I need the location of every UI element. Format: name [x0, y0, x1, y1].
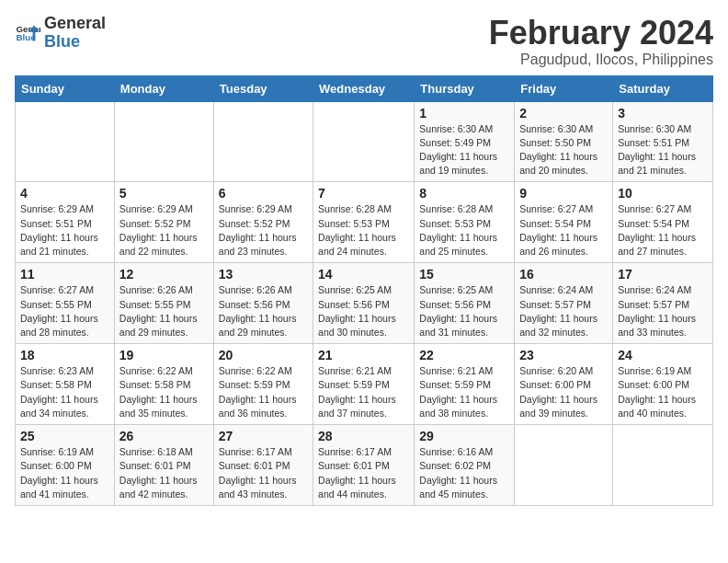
day-number: 15 [419, 267, 509, 282]
day-number: 5 [119, 186, 209, 201]
day-info: Sunrise: 6:28 AM Sunset: 5:53 PM Dayligh… [419, 202, 509, 259]
day-number: 28 [318, 429, 409, 443]
day-number: 24 [618, 348, 708, 362]
calendar-cell: 16Sunrise: 6:24 AM Sunset: 5:57 PM Dayli… [515, 263, 613, 344]
day-number: 25 [20, 429, 109, 443]
calendar-table: SundayMondayTuesdayWednesdayThursdayFrid… [15, 75, 713, 506]
day-info: Sunrise: 6:25 AM Sunset: 5:56 PM Dayligh… [318, 283, 409, 339]
day-info: Sunrise: 6:19 AM Sunset: 6:00 PM Dayligh… [20, 445, 109, 501]
day-number: 6 [219, 186, 308, 201]
calendar-cell [313, 101, 415, 182]
day-number: 10 [618, 186, 708, 201]
day-info: Sunrise: 6:21 AM Sunset: 5:59 PM Dayligh… [318, 364, 409, 420]
day-number: 17 [618, 267, 708, 282]
day-number: 3 [618, 106, 708, 121]
weekday-header-wednesday: Wednesday [313, 75, 415, 101]
day-info: Sunrise: 6:21 AM Sunset: 5:59 PM Dayligh… [419, 364, 509, 420]
calendar-week-5: 25Sunrise: 6:19 AM Sunset: 6:00 PM Dayli… [16, 425, 713, 506]
page-subtitle: Pagudpud, Ilocos, Philippines [489, 52, 713, 68]
calendar-week-3: 11Sunrise: 6:27 AM Sunset: 5:55 PM Dayli… [16, 263, 713, 344]
day-number: 20 [219, 348, 308, 362]
calendar-cell: 24Sunrise: 6:19 AM Sunset: 6:00 PM Dayli… [613, 344, 713, 425]
header: General Blue General Blue February 2024 … [15, 15, 713, 68]
day-number: 16 [519, 267, 608, 282]
calendar-cell: 10Sunrise: 6:27 AM Sunset: 5:54 PM Dayli… [613, 182, 713, 263]
day-number: 18 [20, 348, 109, 362]
calendar-cell: 29Sunrise: 6:16 AM Sunset: 6:02 PM Dayli… [415, 425, 515, 506]
logo: General Blue General Blue [15, 15, 106, 52]
weekday-header-tuesday: Tuesday [213, 75, 313, 101]
calendar-cell: 21Sunrise: 6:21 AM Sunset: 5:59 PM Dayli… [313, 344, 415, 425]
calendar-week-1: 1Sunrise: 6:30 AM Sunset: 5:49 PM Daylig… [16, 101, 713, 182]
day-number: 7 [318, 186, 409, 201]
day-info: Sunrise: 6:30 AM Sunset: 5:51 PM Dayligh… [618, 122, 708, 178]
calendar-cell [114, 101, 213, 182]
logo-text: General Blue [44, 15, 106, 52]
day-number: 2 [519, 106, 608, 121]
calendar-cell: 20Sunrise: 6:22 AM Sunset: 5:59 PM Dayli… [213, 344, 313, 425]
day-info: Sunrise: 6:29 AM Sunset: 5:52 PM Dayligh… [119, 202, 209, 259]
calendar-cell [515, 425, 613, 506]
calendar-cell: 15Sunrise: 6:25 AM Sunset: 5:56 PM Dayli… [415, 263, 515, 344]
calendar-cell: 23Sunrise: 6:20 AM Sunset: 6:00 PM Dayli… [515, 344, 613, 425]
calendar-cell: 11Sunrise: 6:27 AM Sunset: 5:55 PM Dayli… [16, 263, 115, 344]
day-info: Sunrise: 6:18 AM Sunset: 6:01 PM Dayligh… [119, 445, 209, 501]
logo-icon: General Blue [15, 20, 40, 46]
day-info: Sunrise: 6:30 AM Sunset: 5:49 PM Dayligh… [419, 122, 509, 178]
title-area: February 2024 Pagudpud, Ilocos, Philippi… [489, 15, 713, 68]
calendar-cell: 18Sunrise: 6:23 AM Sunset: 5:58 PM Dayli… [16, 344, 115, 425]
calendar-cell: 26Sunrise: 6:18 AM Sunset: 6:01 PM Dayli… [114, 425, 213, 506]
calendar-cell: 9Sunrise: 6:27 AM Sunset: 5:54 PM Daylig… [515, 182, 613, 263]
calendar-cell: 27Sunrise: 6:17 AM Sunset: 6:01 PM Dayli… [213, 425, 313, 506]
day-info: Sunrise: 6:29 AM Sunset: 5:52 PM Dayligh… [219, 202, 308, 259]
day-number: 9 [519, 186, 608, 201]
day-info: Sunrise: 6:27 AM Sunset: 5:54 PM Dayligh… [519, 202, 608, 259]
day-info: Sunrise: 6:27 AM Sunset: 5:55 PM Dayligh… [20, 283, 109, 339]
calendar-cell: 4Sunrise: 6:29 AM Sunset: 5:51 PM Daylig… [16, 182, 115, 263]
calendar-cell: 1Sunrise: 6:30 AM Sunset: 5:49 PM Daylig… [415, 101, 515, 182]
day-info: Sunrise: 6:27 AM Sunset: 5:54 PM Dayligh… [618, 202, 708, 259]
calendar-cell: 17Sunrise: 6:24 AM Sunset: 5:57 PM Dayli… [613, 263, 713, 344]
calendar-cell: 5Sunrise: 6:29 AM Sunset: 5:52 PM Daylig… [114, 182, 213, 263]
calendar-cell: 3Sunrise: 6:30 AM Sunset: 5:51 PM Daylig… [613, 101, 713, 182]
calendar-cell: 25Sunrise: 6:19 AM Sunset: 6:00 PM Dayli… [16, 425, 115, 506]
day-number: 13 [219, 267, 308, 282]
weekday-header-monday: Monday [114, 75, 213, 101]
day-number: 14 [318, 267, 409, 282]
day-number: 12 [119, 267, 209, 282]
day-number: 11 [20, 267, 109, 282]
day-number: 22 [419, 348, 509, 362]
calendar-header-row: SundayMondayTuesdayWednesdayThursdayFrid… [16, 75, 713, 101]
calendar-cell [16, 101, 115, 182]
logo-line2: Blue [44, 33, 106, 52]
calendar-cell: 7Sunrise: 6:28 AM Sunset: 5:53 PM Daylig… [313, 182, 415, 263]
day-number: 27 [219, 429, 308, 443]
day-info: Sunrise: 6:28 AM Sunset: 5:53 PM Dayligh… [318, 202, 409, 259]
calendar-cell: 13Sunrise: 6:26 AM Sunset: 5:56 PM Dayli… [213, 263, 313, 344]
day-info: Sunrise: 6:29 AM Sunset: 5:51 PM Dayligh… [20, 202, 109, 259]
day-info: Sunrise: 6:30 AM Sunset: 5:50 PM Dayligh… [519, 122, 608, 178]
day-number: 23 [519, 348, 608, 362]
day-info: Sunrise: 6:17 AM Sunset: 6:01 PM Dayligh… [219, 445, 308, 501]
day-info: Sunrise: 6:26 AM Sunset: 5:55 PM Dayligh… [119, 283, 209, 339]
day-number: 4 [20, 186, 109, 201]
weekday-header-saturday: Saturday [613, 75, 713, 101]
day-number: 1 [419, 106, 509, 121]
calendar-week-4: 18Sunrise: 6:23 AM Sunset: 5:58 PM Dayli… [16, 344, 713, 425]
calendar-cell [213, 101, 313, 182]
day-number: 26 [119, 429, 209, 443]
calendar-cell: 8Sunrise: 6:28 AM Sunset: 5:53 PM Daylig… [415, 182, 515, 263]
weekday-header-thursday: Thursday [415, 75, 515, 101]
day-info: Sunrise: 6:24 AM Sunset: 5:57 PM Dayligh… [618, 283, 708, 339]
day-info: Sunrise: 6:17 AM Sunset: 6:01 PM Dayligh… [318, 445, 409, 501]
day-info: Sunrise: 6:22 AM Sunset: 5:58 PM Dayligh… [119, 364, 209, 420]
page-title: February 2024 [489, 15, 713, 52]
logo-line1: General [44, 15, 106, 33]
day-info: Sunrise: 6:23 AM Sunset: 5:58 PM Dayligh… [20, 364, 109, 420]
day-info: Sunrise: 6:22 AM Sunset: 5:59 PM Dayligh… [219, 364, 308, 420]
day-info: Sunrise: 6:16 AM Sunset: 6:02 PM Dayligh… [419, 445, 509, 501]
day-number: 19 [119, 348, 209, 362]
calendar-cell: 28Sunrise: 6:17 AM Sunset: 6:01 PM Dayli… [313, 425, 415, 506]
day-info: Sunrise: 6:25 AM Sunset: 5:56 PM Dayligh… [419, 283, 509, 339]
calendar-cell: 12Sunrise: 6:26 AM Sunset: 5:55 PM Dayli… [114, 263, 213, 344]
